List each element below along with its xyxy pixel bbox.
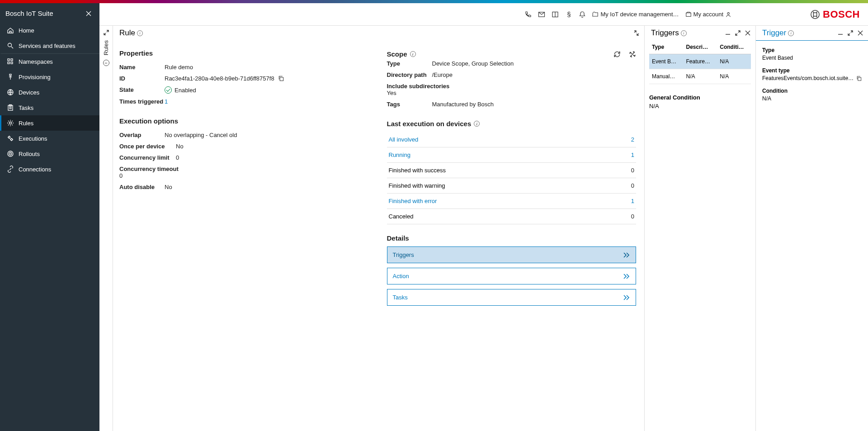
sidebar-item-label: Home bbox=[19, 27, 34, 34]
sidebar-item-devices[interactable]: Devices bbox=[0, 85, 99, 100]
trigger-row[interactable]: Manual…N/AN/A bbox=[649, 69, 751, 84]
check-circle-icon bbox=[165, 86, 172, 94]
svg-point-0 bbox=[8, 43, 12, 47]
sidebar-title: Bosch IoT Suite bbox=[5, 9, 53, 17]
exec-row: Canceled0 bbox=[387, 209, 637, 224]
sidebar-item-rollouts[interactable]: Rollouts bbox=[0, 146, 99, 161]
bell-icon[interactable] bbox=[579, 11, 586, 18]
general-condition-value: N/A bbox=[649, 103, 751, 109]
info-icon[interactable]: i bbox=[137, 30, 143, 36]
sidebar-item-services-and-features[interactable]: Services and features bbox=[0, 38, 99, 54]
link-icon bbox=[7, 166, 14, 173]
rule-name: Rule demo bbox=[165, 64, 193, 71]
exec-row: Finished with warning0 bbox=[387, 178, 637, 194]
svg-rect-4 bbox=[11, 62, 13, 64]
svg-rect-5 bbox=[9, 74, 11, 76]
svg-point-18 bbox=[727, 12, 729, 14]
info-icon[interactable]: i bbox=[681, 30, 687, 36]
sidebar-item-connections[interactable]: Connections bbox=[0, 161, 99, 177]
collapse-icon[interactable] bbox=[633, 30, 640, 36]
chevron-right-icon bbox=[623, 274, 630, 279]
general-condition-label: General Condition bbox=[649, 94, 751, 101]
exec-row[interactable]: Running1 bbox=[387, 147, 637, 163]
sidebar-item-provisioning[interactable]: Provisioning bbox=[0, 69, 99, 85]
close-icon[interactable] bbox=[745, 30, 751, 36]
expand-icon[interactable] bbox=[847, 30, 854, 36]
svg-point-10 bbox=[9, 137, 10, 138]
mail-icon[interactable] bbox=[538, 11, 545, 18]
svg-rect-21 bbox=[858, 77, 861, 81]
brand-logo: BOSCH bbox=[810, 9, 860, 20]
gear-icon bbox=[7, 119, 14, 127]
scope-heading: Scopei bbox=[387, 50, 416, 58]
vtab-rules-label[interactable]: Rules bbox=[103, 40, 109, 55]
info-icon[interactable]: i bbox=[410, 51, 416, 57]
target-icon bbox=[7, 150, 14, 157]
exec-row[interactable]: Finished with error1 bbox=[387, 194, 637, 209]
sidebar-item-label: Rules bbox=[19, 120, 33, 127]
sidebar-item-home[interactable]: Home bbox=[0, 23, 99, 38]
trigger-row[interactable]: Event B…Feature…N/A bbox=[649, 54, 751, 69]
globe-icon bbox=[7, 89, 14, 96]
svg-rect-20 bbox=[280, 77, 283, 81]
paragraph-icon[interactable]: § bbox=[565, 11, 572, 18]
exec-row: Finished with success0 bbox=[387, 163, 637, 178]
sidebar-item-namespaces[interactable]: Namespaces bbox=[0, 54, 99, 69]
refresh-icon[interactable] bbox=[613, 51, 621, 58]
svg-rect-1 bbox=[8, 59, 9, 61]
rule-panel-title: Rule bbox=[119, 28, 135, 38]
account-selector[interactable]: My account bbox=[685, 11, 731, 18]
chevron-right-icon bbox=[623, 252, 630, 258]
triggers-panel: Triggers i Type Desc bbox=[645, 26, 756, 431]
times-triggered-link[interactable]: 1 bbox=[165, 98, 168, 105]
grid-icon bbox=[7, 58, 14, 65]
trigger-type-value: Event Based bbox=[762, 55, 862, 61]
rule-panel: Rule i Properties NameRule demo bbox=[113, 26, 645, 431]
svg-point-14 bbox=[10, 153, 11, 154]
sidebar-item-label: Provisioning bbox=[19, 74, 51, 81]
expand-icon[interactable] bbox=[735, 30, 741, 36]
copy-icon[interactable] bbox=[278, 76, 284, 81]
trigger-condition-value: N/A bbox=[762, 95, 862, 102]
svg-rect-2 bbox=[11, 59, 13, 61]
info-icon[interactable]: i bbox=[788, 30, 794, 36]
trigger-event-type-value: FeaturesEvents/com.bosch.iot.suite… bbox=[762, 75, 862, 81]
collapse-icon[interactable]: − bbox=[103, 60, 109, 66]
sidebar-item-label: Services and features bbox=[19, 43, 75, 49]
close-icon[interactable] bbox=[85, 10, 92, 17]
close-icon[interactable] bbox=[857, 30, 863, 36]
exec-row[interactable]: All involved2 bbox=[387, 132, 637, 147]
detail-button-action[interactable]: Action bbox=[387, 268, 637, 284]
properties-heading: Properties bbox=[119, 49, 369, 57]
detail-button-tasks[interactable]: Tasks bbox=[387, 289, 637, 306]
details-heading: Details bbox=[387, 234, 637, 242]
svg-point-19 bbox=[811, 10, 819, 18]
account-label: My account bbox=[693, 11, 723, 18]
triggers-panel-title: Triggers bbox=[651, 28, 679, 38]
project-selector[interactable]: My IoT device management… bbox=[592, 11, 679, 18]
detail-button-triggers[interactable]: Triggers bbox=[387, 246, 637, 263]
search-icon bbox=[7, 42, 14, 49]
sidebar-item-label: Namespaces bbox=[19, 58, 53, 65]
clipboard-icon bbox=[7, 104, 14, 111]
book-icon[interactable] bbox=[552, 11, 559, 18]
rule-id: Rac3e4fa1-280a-40e8-b9eb-71d6ff8757f8 bbox=[165, 75, 284, 82]
home-icon bbox=[7, 27, 14, 34]
sidebar-item-rules[interactable]: Rules bbox=[0, 115, 99, 131]
copy-icon[interactable] bbox=[856, 76, 862, 81]
sidebar-item-executions[interactable]: Executions bbox=[0, 131, 99, 146]
sidebar-item-tasks[interactable]: Tasks bbox=[0, 100, 99, 115]
minimize-icon[interactable] bbox=[725, 30, 731, 36]
chevron-right-icon bbox=[623, 295, 630, 300]
sidebar-item-label: Tasks bbox=[19, 104, 33, 111]
expand-icon[interactable] bbox=[103, 29, 109, 36]
sidebar-item-label: Rollouts bbox=[19, 151, 40, 157]
usb-icon bbox=[7, 73, 14, 81]
minimize-icon[interactable] bbox=[837, 30, 844, 36]
topbar: § My IoT device management… My account B… bbox=[99, 3, 868, 26]
sidebar: Bosch IoT Suite HomeServices and feature… bbox=[0, 3, 99, 431]
phone-icon[interactable] bbox=[524, 11, 532, 18]
vertical-tab-strip: Rules − bbox=[99, 26, 113, 431]
info-icon[interactable]: i bbox=[474, 121, 480, 127]
tools-icon[interactable] bbox=[629, 51, 636, 58]
